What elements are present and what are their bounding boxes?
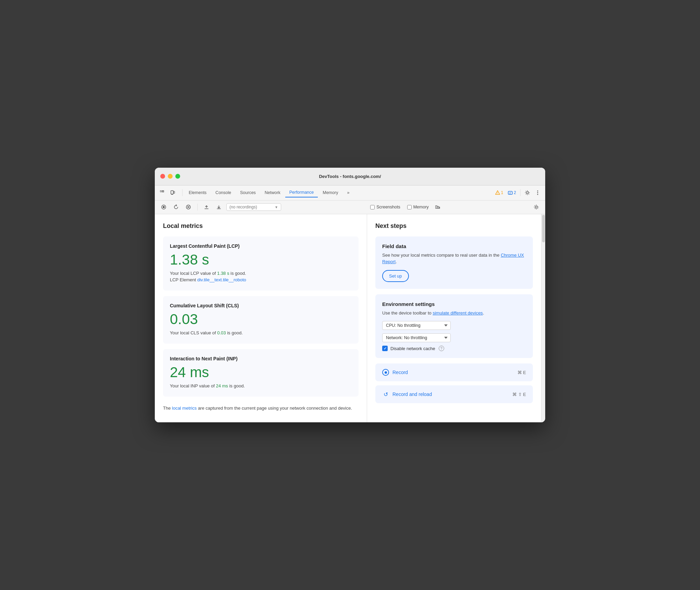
scrollbar[interactable] xyxy=(541,214,545,423)
record-shortcut: ⌘ E xyxy=(517,370,526,375)
disable-cache-label: Disable network cache xyxy=(390,346,435,351)
lcp-desc-suffix: is good. xyxy=(229,271,246,276)
tab-network[interactable]: Network xyxy=(261,188,285,197)
upload-icon[interactable] xyxy=(202,202,211,212)
svg-rect-2 xyxy=(171,191,173,194)
screenshots-label: Screenshots xyxy=(376,205,400,209)
svg-rect-15 xyxy=(437,206,439,208)
settings2-icon[interactable] xyxy=(532,202,541,212)
separator-2 xyxy=(520,189,521,196)
cursor-icon[interactable] xyxy=(158,188,167,197)
lcp-title: Largest Contentful Paint (LCP) xyxy=(170,243,352,249)
svg-rect-16 xyxy=(439,207,440,208)
lcp-desc-prefix: Your local LCP value of xyxy=(170,271,217,276)
record-reload-shortcut: ⌘ ⇧ E xyxy=(512,392,526,397)
lcp-card: Largest Contentful Paint (LCP) 1.38 s Yo… xyxy=(163,236,359,291)
svg-rect-4 xyxy=(174,191,175,193)
info-badge[interactable]: 2 xyxy=(506,189,518,196)
svg-rect-14 xyxy=(436,206,437,208)
scrollbar-thumb[interactable] xyxy=(542,215,545,242)
download-icon[interactable] xyxy=(214,202,224,212)
screenshots-checkbox-label[interactable]: Screenshots xyxy=(370,205,400,209)
field-data-desc-suffix: . xyxy=(396,259,397,264)
inp-title: Interaction to Next Paint (INP) xyxy=(170,356,352,361)
lcp-element-label: LCP Element xyxy=(170,277,196,282)
next-steps-title: Next steps xyxy=(375,222,533,230)
network-select[interactable]: Network: No throttling xyxy=(382,333,451,342)
cls-title: Cumulative Layout Shift (CLS) xyxy=(170,303,352,308)
lcp-desc: Your local LCP value of 1.38 s is good. xyxy=(170,271,352,276)
env-desc: Use the device toolbar to simulate diffe… xyxy=(382,310,526,317)
local-metrics-title: Local metrics xyxy=(163,222,359,230)
window-title: DevTools - fonts.google.com/ xyxy=(319,174,381,179)
recordings-dropdown[interactable]: (no recordings) ▼ xyxy=(226,203,281,211)
inp-value: 24 ms xyxy=(170,364,352,381)
settings-icon[interactable] xyxy=(523,188,532,197)
memory-label: Memory xyxy=(413,205,429,209)
svg-point-12 xyxy=(163,206,165,208)
tab-performance[interactable]: Performance xyxy=(285,188,318,197)
record-icon[interactable] xyxy=(159,202,168,212)
svg-rect-1 xyxy=(162,191,164,192)
record-card[interactable]: Record ⌘ E xyxy=(375,363,533,381)
more-options-icon[interactable] xyxy=(533,188,542,197)
minimize-button[interactable] xyxy=(168,174,173,179)
maximize-button[interactable] xyxy=(175,174,180,179)
info-count: 2 xyxy=(514,190,516,195)
record-reload-icon: ↺ xyxy=(382,391,389,398)
inp-desc-prefix: Your local INP value of xyxy=(170,383,216,388)
devtools-icons xyxy=(158,188,177,197)
screenshots-checkbox[interactable] xyxy=(370,205,375,209)
record-reload-card[interactable]: ↺ Record and reload ⌘ ⇧ E xyxy=(375,385,533,403)
svg-point-7 xyxy=(526,192,528,194)
tab-memory[interactable]: Memory xyxy=(318,188,342,197)
clear-icon[interactable] xyxy=(184,202,193,212)
content-area: Local metrics Largest Contentful Paint (… xyxy=(155,214,545,423)
warning-badge[interactable]: ! 1 xyxy=(493,189,505,196)
tab-elements[interactable]: Elements xyxy=(185,188,211,197)
tab-console[interactable]: Console xyxy=(211,188,235,197)
svg-text:!: ! xyxy=(497,192,498,194)
lcp-element-link[interactable]: div.tile__text.tile__roboto xyxy=(197,277,246,282)
record-reload-label: Record and reload xyxy=(392,392,432,397)
traffic-lights xyxy=(160,174,180,179)
inp-desc-suffix: is good. xyxy=(228,383,245,388)
local-metrics-link[interactable]: local metrics xyxy=(172,406,197,411)
svg-point-17 xyxy=(535,206,537,208)
disable-cache-row: Disable network cache ? xyxy=(382,346,526,351)
field-data-desc-prefix: See how your local metrics compare to re… xyxy=(382,253,501,258)
svg-rect-0 xyxy=(160,191,162,192)
recording-toolbar: (no recordings) ▼ Screenshots Memory xyxy=(155,201,545,214)
close-button[interactable] xyxy=(160,174,165,179)
cpu-select[interactable]: CPU: No throttling xyxy=(382,321,451,330)
disable-cache-checkbox[interactable] xyxy=(382,346,388,351)
record-action-icon xyxy=(382,369,389,376)
field-data-card: Field data See how your local metrics co… xyxy=(375,236,533,289)
help-icon[interactable]: ? xyxy=(439,346,444,351)
inp-desc: Your local INP value of 24 ms is good. xyxy=(170,383,352,388)
right-panel: Next steps Field data See how your local… xyxy=(367,214,541,423)
env-desc-suffix: . xyxy=(483,310,484,316)
setup-button[interactable]: Set up xyxy=(382,270,409,282)
tab-sources[interactable]: Sources xyxy=(236,188,260,197)
tab-more[interactable]: » xyxy=(343,188,353,197)
svg-point-8 xyxy=(537,191,538,192)
memory-checkbox-label[interactable]: Memory xyxy=(407,205,429,209)
memory-checkbox[interactable] xyxy=(407,205,412,209)
separator-1 xyxy=(182,189,183,196)
memory-gauge-icon[interactable] xyxy=(433,202,442,212)
field-data-desc: See how your local metrics compare to re… xyxy=(382,252,526,265)
inp-highlight: 24 ms xyxy=(216,383,228,388)
devtools-window: DevTools - fonts.google.com/ Elements Co… xyxy=(155,168,545,423)
svg-point-10 xyxy=(537,194,538,195)
record-label: Record xyxy=(392,370,408,375)
simulate-devices-link[interactable]: simulate different devices xyxy=(433,310,483,316)
cls-value: 0.03 xyxy=(170,311,352,328)
device-toolbar-icon[interactable] xyxy=(168,188,177,197)
separator-3 xyxy=(197,204,198,210)
network-dropdown-row: Network: No throttling xyxy=(382,333,526,342)
footer-suffix: are captured from the current page using… xyxy=(197,406,352,411)
footer-prefix: The xyxy=(163,406,172,411)
metrics-footer: The local metrics are captured from the … xyxy=(163,402,359,414)
refresh-icon[interactable] xyxy=(171,202,181,212)
